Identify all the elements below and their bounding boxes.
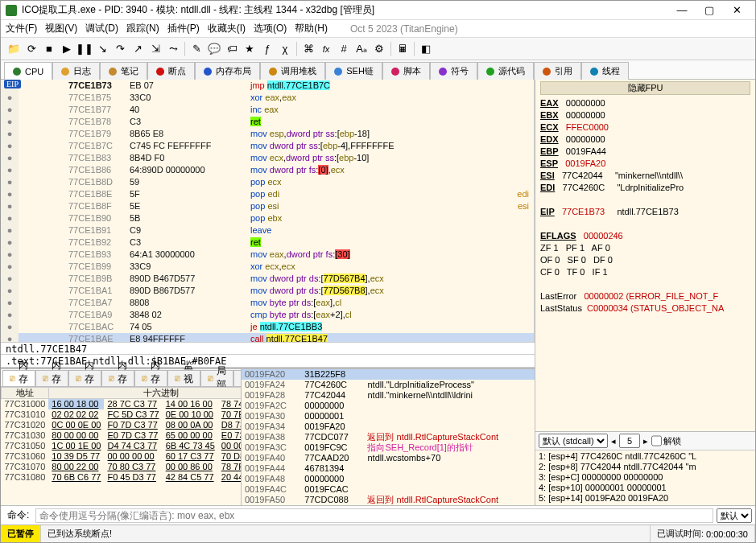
menu-item[interactable]: 帮助(H) <box>295 22 328 35</box>
step-out-icon[interactable]: ↗ <box>130 41 146 57</box>
hash-icon[interactable]: # <box>336 41 352 57</box>
disassembly-view[interactable]: ●77CE1B73EB 07jmp ntdll.77CE1B7C●77CE1B7… <box>1 80 535 342</box>
callconv-select[interactable]: 默认 (stdcall) <box>539 434 608 448</box>
tab-线程[interactable]: 线程 <box>581 62 629 80</box>
status-paused: 已暂停 <box>1 525 41 542</box>
tab-脚本[interactable]: 脚本 <box>382 62 430 80</box>
tab-源代码[interactable]: 源代码 <box>477 62 534 80</box>
menu-item[interactable]: 插件(P) <box>167 22 200 35</box>
address-info: .text:77CE1BAE ntdll.dll:$B1BAE #B0FAE <box>1 355 535 368</box>
toolbar: 📁⟳■▶❚❚↘↷↗⇲⤳✎💬🏷★ƒχ⌘fx#Aₐ⚙🖩◧ <box>1 38 755 60</box>
minimize-button[interactable]: — <box>668 2 696 19</box>
tab-符号[interactable]: 符号 <box>430 62 477 80</box>
bp-icon <box>156 68 164 76</box>
dump-tab-6[interactable]: ⎚局部 <box>200 370 233 386</box>
log-icon <box>61 68 69 76</box>
sym-icon <box>439 68 447 76</box>
operand-info: ntdll.77CE1B47 <box>1 342 535 355</box>
lock-checkbox[interactable] <box>651 434 662 448</box>
calc-icon[interactable]: 🖩 <box>395 41 411 57</box>
registers-view[interactable]: 隐藏FPUEAX 00000000 EBX 00000000 ECX FFEC0… <box>535 80 755 431</box>
dump-tabs: ⎚内存 1⎚内存 2⎚内存 3⎚内存 4⎚内存 5⎚监视 1⎚局部[x=] <box>1 369 241 387</box>
tab-CPU[interactable]: CPU <box>4 62 52 80</box>
arg-count-input[interactable] <box>619 434 640 448</box>
maximize-button[interactable]: ▢ <box>696 2 723 19</box>
menu-item[interactable]: 文件(F) <box>6 22 37 35</box>
mem-icon <box>204 68 212 76</box>
trace-into-icon[interactable]: ⇲ <box>147 41 163 57</box>
view-tabs: CPU日志笔记断点内存布局调用堆栈SEH链脚本符号源代码引用线程 <box>1 60 755 80</box>
variables-icon[interactable]: χ <box>277 41 293 57</box>
fx-icon[interactable]: fx <box>318 41 334 57</box>
tab-SEH链[interactable]: SEH链 <box>325 62 382 80</box>
memory-icon: ⎚ <box>109 373 114 383</box>
args-panel: 默认 (stdcall) ◂ ▸ 解锁 1: [esp+4] 77C4260C … <box>535 431 755 505</box>
status-time: 已调试时间: 0:00:00:30 <box>651 525 755 542</box>
refresh-icon[interactable]: ⟳ <box>23 41 39 57</box>
trace-over-icon[interactable]: ⤳ <box>165 41 181 57</box>
tab-引用[interactable]: 引用 <box>534 62 581 80</box>
settings-icon[interactable]: ⚙ <box>371 41 387 57</box>
memory-icon: ⎚ <box>10 373 15 383</box>
hex-dump-view[interactable]: 地址十六进制ASCII77C3100016 00 18 0028 7C C3 7… <box>1 387 241 505</box>
ref-icon <box>543 68 551 76</box>
titlebar: ICO提取工具.exe - PID: 3940 - 模块: ntdll.dll … <box>1 1 755 20</box>
statusbar: 已暂停 已到达系统断点! 已调试时间: 0:00:00:30 <box>1 524 755 542</box>
menu-item[interactable]: 调试(D) <box>85 22 118 35</box>
status-message: 已到达系统断点! <box>41 525 651 542</box>
labels-icon[interactable]: 🏷 <box>224 41 240 57</box>
step-over-icon[interactable]: ↷ <box>112 41 128 57</box>
app-icon <box>6 5 17 16</box>
command-bar: 命令: 默认 <box>1 505 755 524</box>
thr-icon <box>590 68 598 76</box>
functions-icon[interactable]: ƒ <box>259 41 275 57</box>
dump-tab-2[interactable]: ⎚内存 3 <box>68 370 101 386</box>
memory-icon: ⎚ <box>175 373 180 383</box>
script2-icon <box>391 68 399 76</box>
command-mode-select[interactable]: 默认 <box>717 508 752 523</box>
lock-label: 解锁 <box>663 436 681 446</box>
dump-tab-4[interactable]: ⎚内存 5 <box>134 370 167 386</box>
cpu-icon <box>13 68 21 76</box>
stack-icon <box>269 68 277 76</box>
close-button[interactable]: ✕ <box>723 2 750 19</box>
menu-item[interactable]: 收藏夹(I) <box>208 22 246 35</box>
memory-icon: ⎚ <box>142 373 147 383</box>
tab-内存布局[interactable]: 内存布局 <box>195 62 260 80</box>
fpu-toggle[interactable]: 隐藏FPU <box>540 81 750 95</box>
tab-断点[interactable]: 断点 <box>147 62 195 80</box>
tab-日志[interactable]: 日志 <box>52 62 100 80</box>
memory-icon: ⎚ <box>208 373 213 383</box>
notes-icon <box>109 68 117 76</box>
menu-item[interactable]: 视图(V) <box>45 22 77 35</box>
run-icon[interactable]: ▶ <box>59 41 75 57</box>
comments-icon[interactable]: 💬 <box>206 41 222 57</box>
arrow-right-icon[interactable]: ▸ <box>643 436 648 446</box>
patches-icon[interactable]: ✎ <box>188 41 204 57</box>
src-icon <box>486 68 494 76</box>
font-icon[interactable]: Aₐ <box>353 41 370 57</box>
build-info: Oct 5 2023 (TitanEngine) <box>350 23 458 35</box>
args-list[interactable]: 1: [esp+4] 77C4260C ntdll.77C4260C "L2: … <box>535 450 755 505</box>
theme-icon[interactable]: ◧ <box>418 41 434 57</box>
stack-view[interactable]: 0019FA2031B225F80019FA2477C4260Cntdll."L… <box>242 369 535 505</box>
command-input[interactable] <box>35 508 713 523</box>
arrow-left-icon[interactable]: ◂ <box>611 436 616 446</box>
menu-item[interactable]: 跟踪(N) <box>126 22 159 35</box>
bookmarks-icon[interactable]: ★ <box>242 41 258 57</box>
pause-icon[interactable]: ❚❚ <box>76 41 93 57</box>
menu-item[interactable]: 选项(O) <box>254 22 287 35</box>
dump-tab-3[interactable]: ⎚内存 4 <box>101 370 134 386</box>
script-icon[interactable]: ⌘ <box>300 41 316 57</box>
step-into-icon[interactable]: ↘ <box>94 41 110 57</box>
tab-调用堆栈[interactable]: 调用堆栈 <box>260 62 325 80</box>
folder-icon[interactable]: 📁 <box>6 41 22 57</box>
dump-tab-0[interactable]: ⎚内存 1 <box>2 370 35 386</box>
dump-tab-5[interactable]: ⎚监视 1 <box>167 370 200 386</box>
tab-笔记[interactable]: 笔记 <box>100 62 147 80</box>
window-title: ICO提取工具.exe - PID: 3940 - 模块: ntdll.dll … <box>22 3 668 17</box>
command-label: 命令: <box>1 508 35 522</box>
stop-icon[interactable]: ■ <box>41 41 57 57</box>
dump-tab-1[interactable]: ⎚内存 2 <box>35 370 68 386</box>
memory-icon: ⎚ <box>76 373 81 383</box>
